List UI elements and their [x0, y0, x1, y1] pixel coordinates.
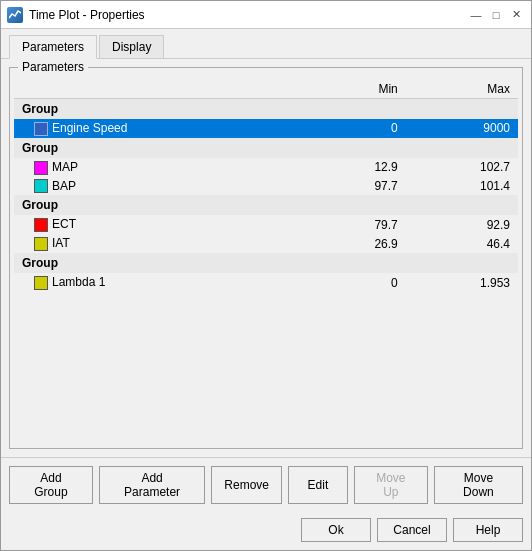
col-header-max: Max	[406, 80, 518, 99]
group-label: Group	[14, 195, 518, 215]
param-name-cell: Engine Speed	[14, 119, 310, 138]
window-controls: — □ ✕	[467, 6, 525, 24]
group-label: Group	[14, 253, 518, 273]
color-swatch	[34, 161, 48, 175]
table-row[interactable]: IAT26.946.4	[14, 234, 518, 253]
parameters-group-box: Parameters Min Max GroupEngine Speed0900…	[9, 67, 523, 449]
param-name-cell: BAP	[14, 177, 310, 196]
param-name-cell: IAT	[14, 234, 310, 253]
param-min: 12.9	[310, 158, 406, 177]
tab-parameters[interactable]: Parameters	[9, 35, 97, 59]
group-header-row: Group	[14, 138, 518, 158]
param-name: BAP	[52, 179, 76, 193]
param-max: 101.4	[406, 177, 518, 196]
edit-button[interactable]: Edit	[288, 466, 348, 504]
param-name: MAP	[52, 160, 78, 174]
param-name-cell: ECT	[14, 215, 310, 234]
param-min: 79.7	[310, 215, 406, 234]
move-up-button[interactable]: Move Up	[354, 466, 428, 504]
param-min: 0	[310, 119, 406, 138]
table-row[interactable]: BAP97.7101.4	[14, 177, 518, 196]
param-max: 9000	[406, 119, 518, 138]
action-buttons: Add Group Add Parameter Remove Edit Move…	[1, 457, 531, 512]
table-row[interactable]: ECT79.792.9	[14, 215, 518, 234]
table-row[interactable]: Engine Speed09000	[14, 119, 518, 138]
color-swatch	[34, 122, 48, 136]
window: Time Plot - Properties — □ ✕ Parameters …	[0, 0, 532, 551]
group-header-row: Group	[14, 253, 518, 273]
window-title: Time Plot - Properties	[29, 8, 467, 22]
tab-display[interactable]: Display	[99, 35, 164, 58]
color-swatch	[34, 276, 48, 290]
col-header-min: Min	[310, 80, 406, 99]
param-min: 26.9	[310, 234, 406, 253]
param-name-cell: MAP	[14, 158, 310, 177]
cancel-button[interactable]: Cancel	[377, 518, 447, 542]
color-swatch	[34, 179, 48, 193]
maximize-button[interactable]: □	[487, 6, 505, 24]
group-box-label: Parameters	[18, 60, 88, 74]
title-bar: Time Plot - Properties — □ ✕	[1, 1, 531, 29]
group-label: Group	[14, 138, 518, 158]
param-max: 92.9	[406, 215, 518, 234]
param-max: 46.4	[406, 234, 518, 253]
help-button[interactable]: Help	[453, 518, 523, 542]
parameters-table: Min Max GroupEngine Speed09000GroupMAP12…	[14, 80, 518, 292]
color-swatch	[34, 237, 48, 251]
param-name: IAT	[52, 236, 70, 250]
param-name: Lambda 1	[52, 275, 105, 289]
minimize-button[interactable]: —	[467, 6, 485, 24]
param-max: 1.953	[406, 273, 518, 292]
param-name: ECT	[52, 217, 76, 231]
remove-button[interactable]: Remove	[211, 466, 282, 504]
move-down-button[interactable]: Move Down	[434, 466, 523, 504]
param-name-cell: Lambda 1	[14, 273, 310, 292]
param-name: Engine Speed	[52, 121, 127, 135]
dialog-buttons: Ok Cancel Help	[1, 512, 531, 550]
group-header-row: Group	[14, 99, 518, 120]
add-parameter-button[interactable]: Add Parameter	[99, 466, 205, 504]
add-group-button[interactable]: Add Group	[9, 466, 93, 504]
table-row[interactable]: MAP12.9102.7	[14, 158, 518, 177]
col-header-name	[14, 80, 310, 99]
app-icon	[7, 7, 23, 23]
table-row[interactable]: Lambda 101.953	[14, 273, 518, 292]
main-content: Parameters Min Max GroupEngine Speed0900…	[1, 59, 531, 457]
ok-button[interactable]: Ok	[301, 518, 371, 542]
group-label: Group	[14, 99, 518, 120]
group-header-row: Group	[14, 195, 518, 215]
table-container[interactable]: Min Max GroupEngine Speed09000GroupMAP12…	[10, 68, 522, 448]
param-min: 0	[310, 273, 406, 292]
close-button[interactable]: ✕	[507, 6, 525, 24]
param-min: 97.7	[310, 177, 406, 196]
color-swatch	[34, 218, 48, 232]
tab-bar: Parameters Display	[1, 29, 531, 59]
param-max: 102.7	[406, 158, 518, 177]
